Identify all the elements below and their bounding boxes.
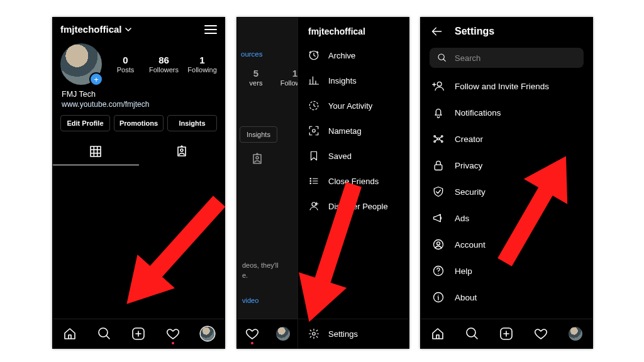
- menu-archive[interactable]: Archive: [298, 43, 409, 68]
- menu-settings[interactable]: Settings: [298, 319, 409, 348]
- edit-profile-button[interactable]: Edit Profile: [60, 115, 110, 131]
- promotions-button[interactable]: Promotions: [114, 115, 164, 131]
- menu-insights[interactable]: Insights: [298, 68, 409, 93]
- menu-your-activity[interactable]: Your Activity: [298, 93, 409, 118]
- settings-follow-invite[interactable]: Follow and Invite Friends: [423, 73, 590, 99]
- nav-search[interactable]: [97, 327, 111, 341]
- svg-point-11: [313, 332, 316, 336]
- text-fragment: ources: [241, 50, 263, 58]
- insights-button-fragment: Insights: [240, 126, 277, 143]
- drawer-username: fmjtechoffical: [298, 18, 409, 43]
- profile-posts-empty: [53, 165, 225, 329]
- settings-list: Follow and Invite Friends Notifications …: [421, 72, 592, 349]
- tagged-icon-fragment: [251, 153, 264, 167]
- search-icon: [97, 327, 111, 341]
- nav-profile[interactable]: [276, 327, 290, 341]
- settings-header: Settings: [421, 18, 592, 45]
- info-icon: [432, 291, 445, 304]
- nametag-icon: [308, 125, 319, 136]
- nav-activity[interactable]: [166, 327, 180, 341]
- stat-following[interactable]: 1 Following: [187, 55, 217, 74]
- profile-link[interactable]: www.youtube.com/fmjtech: [62, 100, 216, 109]
- close-friends-icon: [308, 175, 319, 187]
- add-person-icon: [432, 80, 445, 92]
- profile-action-buttons: Edit Profile Promotions Insights: [53, 114, 225, 138]
- display-name: FMJ Tech: [62, 90, 216, 99]
- hamburger-menu-button[interactable]: [204, 25, 217, 34]
- menu-discover-people[interactable]: Discover People: [298, 194, 409, 219]
- settings-account[interactable]: Account: [423, 231, 590, 258]
- megaphone-icon: [432, 212, 445, 224]
- heart-icon: [534, 327, 548, 341]
- profile-avatar[interactable]: +: [60, 43, 102, 85]
- menu-saved[interactable]: Saved: [298, 143, 409, 168]
- activity-icon: [308, 100, 319, 111]
- stat-posts[interactable]: 0 Posts: [111, 55, 140, 74]
- video-link-fragment: video: [242, 297, 258, 304]
- home-icon: [63, 327, 77, 341]
- profile-avatar-small: [276, 327, 290, 341]
- settings-notifications[interactable]: Notifications: [423, 99, 590, 126]
- menu-drawer-screen: ources 5vers 1Following Insights deos, t…: [236, 17, 409, 349]
- search-icon: [437, 53, 447, 63]
- tagged-icon: [175, 145, 188, 158]
- search-placeholder: Search: [455, 53, 480, 63]
- username: fmjtechoffical: [60, 24, 122, 35]
- nav-profile[interactable]: [569, 327, 582, 341]
- nav-search[interactable]: [465, 327, 479, 341]
- add-story-plus-icon[interactable]: +: [89, 72, 103, 86]
- settings-security[interactable]: Security: [423, 178, 590, 205]
- search-icon: [465, 327, 479, 341]
- profile-tabs: [53, 138, 225, 165]
- activity-dot: [172, 342, 174, 344]
- saved-icon: [308, 150, 319, 162]
- creator-icon: [432, 133, 445, 145]
- settings-privacy[interactable]: Privacy: [423, 152, 590, 178]
- nav-home[interactable]: [431, 327, 445, 341]
- side-drawer: fmjtechoffical Archive Insights Your Act…: [297, 18, 409, 348]
- username-dropdown[interactable]: fmjtechoffical: [60, 24, 131, 35]
- profile-stats-row: + 0 Posts 86 Followers 1 Following: [53, 41, 225, 90]
- home-icon: [431, 327, 445, 341]
- settings-search[interactable]: Search: [430, 48, 584, 68]
- bell-icon: [432, 106, 445, 119]
- help-icon: [432, 265, 445, 277]
- profile-avatar-small: [569, 327, 582, 341]
- insights-icon: [308, 75, 319, 86]
- settings-about[interactable]: About: [423, 284, 590, 310]
- settings-help[interactable]: Help: [423, 258, 590, 284]
- gear-icon: [308, 328, 319, 339]
- nav-activity[interactable]: [534, 327, 548, 341]
- stat-followers[interactable]: 86 Followers: [149, 55, 179, 74]
- plus-square-icon: [131, 327, 145, 341]
- nav-activity[interactable]: [245, 327, 259, 341]
- settings-ads[interactable]: Ads: [423, 205, 590, 231]
- settings-screen: Settings Search Follow and Invite Friend…: [420, 17, 593, 349]
- grid-tab[interactable]: [53, 138, 139, 165]
- profile-avatar-small: [201, 327, 214, 341]
- tagged-tab[interactable]: [139, 138, 225, 165]
- shield-check-icon: [432, 185, 445, 198]
- svg-point-6: [313, 129, 316, 133]
- svg-point-3: [256, 156, 258, 159]
- bottom-nav: [421, 319, 592, 348]
- activity-dot: [251, 342, 253, 344]
- nav-new-post[interactable]: [131, 327, 145, 341]
- menu-close-friends[interactable]: Close Friends: [298, 168, 409, 194]
- heart-icon: [166, 327, 180, 341]
- back-arrow-icon[interactable]: [431, 25, 443, 38]
- svg-point-13: [437, 82, 441, 86]
- profile-screen: fmjtechoffical + 0 Posts 86 Followers 1 …: [52, 17, 225, 349]
- nav-new-post[interactable]: [499, 327, 513, 341]
- settings-creator[interactable]: Creator: [423, 126, 590, 152]
- grid-icon: [90, 146, 101, 157]
- svg-point-7: [310, 178, 311, 180]
- nav-home[interactable]: [63, 327, 77, 341]
- archive-icon: [308, 50, 319, 61]
- profile-bio: FMJ Tech www.youtube.com/fmjtech: [53, 90, 225, 114]
- insights-button[interactable]: Insights: [167, 115, 217, 131]
- nav-profile[interactable]: [201, 327, 214, 341]
- svg-point-10: [312, 202, 316, 206]
- profile-header: fmjtechoffical: [53, 18, 225, 41]
- menu-nametag[interactable]: Nametag: [298, 118, 409, 143]
